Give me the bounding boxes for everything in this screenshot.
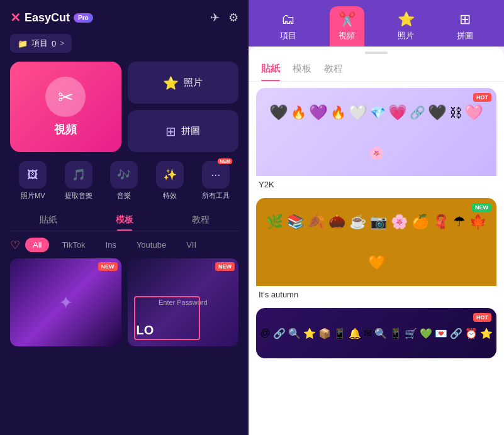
icons-card-inner: @ 🔗 🔍 ⭐ 📦 📱 🔔 ✉ 🔍 📱 🛒 💚 💌 🔗 ⏰ ⭐ <box>256 308 496 358</box>
autumn-background: 🌿 📚 🍂 🌰 ☕ 📷 🌸 🍊 🧣 ☂ 🍁 🧡 <box>256 198 496 286</box>
right-content-tabs: 貼紙 模板 教程 <box>249 54 504 82</box>
pro-badge[interactable]: Pro <box>74 13 93 23</box>
right-tab-video[interactable]: ✂️ 視頻 <box>330 6 364 47</box>
autumn-title: It's autumn <box>256 286 496 300</box>
collage-button[interactable]: ⊞ 拼圖 <box>128 110 239 152</box>
right-tab-projects[interactable]: 🗂 項目 <box>271 6 305 47</box>
effects-label: 特效 <box>163 191 177 201</box>
collage-label: 拼圖 <box>181 125 200 137</box>
y2k-hot-badge: HOT <box>473 93 491 102</box>
filter-all[interactable]: All <box>25 238 49 252</box>
tool-music[interactable]: 🎶 音樂 <box>101 161 147 201</box>
thumbnail-2[interactable]: Enter Password LO NEW <box>128 258 239 346</box>
thumbnail-text-lo: LO <box>137 323 154 338</box>
tool-effects[interactable]: ✨ 特效 <box>147 161 193 201</box>
autumn-card-inner: 🌿 📚 🍂 🌰 ☕ 📷 🌸 🍊 🧣 ☂ 🍁 🧡 NEW <box>256 198 496 286</box>
new-tag-2: NEW <box>215 262 235 271</box>
right-collage-icon: ⊞ <box>459 11 471 28</box>
header-icons: ✈ ⚙ <box>210 11 238 25</box>
filter-bar: ♡ All TikTok Ins Youtube VII <box>10 238 238 252</box>
video-button[interactable]: ✂ 視頻 <box>10 62 121 152</box>
extract-music-icon: 🎵 <box>65 161 92 189</box>
chevron-right-icon: > <box>60 39 64 48</box>
right-content-tab-template[interactable]: 模板 <box>293 63 311 81</box>
new-tag-1: NEW <box>98 262 118 271</box>
heart-favorite-icon[interactable]: ♡ <box>10 238 20 252</box>
music-icon: 🎶 <box>110 161 138 189</box>
y2k-background: 🖤 🔥 💜 🔥 🤍 💎 💗 🔗 🖤 ⛓ 🩷 🌸 <box>256 88 496 176</box>
video-cut-icon: ✂️ <box>339 11 356 28</box>
thumbnails-row: ✦ NEW Enter Password LO NEW <box>10 258 238 435</box>
folder-icon: 📁 <box>18 39 28 48</box>
effects-icon: ✨ <box>156 161 184 189</box>
projects-label: 項目 <box>31 38 48 49</box>
filter-youtube[interactable]: Youtube <box>129 238 174 252</box>
tool-all-tools[interactable]: ··· NEW 所有工具 <box>193 161 238 201</box>
right-projects-label: 項目 <box>280 30 296 41</box>
music-label: 音樂 <box>117 191 131 201</box>
send-icon[interactable]: ✈ <box>210 11 220 25</box>
video-scissors-icon: ✂ <box>45 77 86 117</box>
right-content-tab-tutorial[interactable]: 教程 <box>324 63 343 81</box>
tab-sticker[interactable]: 貼紙 <box>10 209 86 231</box>
left-panel: ✕ EasyCut Pro ✈ ⚙ 📁 項目 0 > ✂ 視頻 ⭐ 照片 ⊞ 拼… <box>0 0 249 435</box>
right-header: 🗂 項目 ✂️ 視頻 ⭐ 照片 ⊞ 拼圖 <box>249 0 504 47</box>
settings-icon[interactable]: ⚙ <box>228 11 238 25</box>
photo-mv-label: 照片MV <box>21 191 45 201</box>
tool-photo-mv[interactable]: 🖼 照片MV <box>10 161 56 201</box>
main-grid: ✂ 視頻 ⭐ 照片 ⊞ 拼圖 <box>10 62 238 152</box>
projects-count: 0 <box>52 39 56 48</box>
tab-template[interactable]: 模板 <box>86 209 162 231</box>
star-icon: ⭐ <box>163 75 179 91</box>
y2k-title: Y2K <box>256 176 496 190</box>
right-tab-photo[interactable]: ⭐ 照片 <box>389 6 423 47</box>
sticker-card-icons[interactable]: @ 🔗 🔍 ⭐ 📦 📱 🔔 ✉ 🔍 📱 🛒 💚 💌 🔗 ⏰ ⭐ <box>256 308 496 358</box>
filter-ins[interactable]: Ins <box>98 238 124 252</box>
right-tab-collage[interactable]: ⊞ 拼圖 <box>448 6 482 47</box>
all-tools-label: 所有工具 <box>202 191 230 201</box>
photo-mv-icon: 🖼 <box>19 161 47 189</box>
right-content-tab-sticker[interactable]: 貼紙 <box>261 63 280 81</box>
app-title: EasyCut <box>25 11 70 25</box>
tools-row: 🖼 照片MV 🎵 提取音樂 🎶 音樂 ✨ 特效 ··· NEW 所有工具 <box>10 161 238 201</box>
filter-vii[interactable]: VII <box>179 238 204 252</box>
projects-icon: 🗂 <box>281 11 295 28</box>
right-collage-label: 拼圖 <box>457 30 473 41</box>
autumn-new-badge: NEW <box>472 203 491 212</box>
grid-icon: ⊞ <box>165 124 176 139</box>
right-panel: 🗂 項目 ✂️ 視頻 ⭐ 照片 ⊞ 拼圖 貼紙 模板 教程 🖤 <box>249 0 504 435</box>
scissors-icon: ✕ <box>10 10 21 25</box>
extract-music-label: 提取音樂 <box>65 191 92 201</box>
video-label: 視頻 <box>54 122 77 137</box>
right-photo-icon: ⭐ <box>398 11 415 28</box>
icons-hot-badge: HOT <box>473 313 491 322</box>
thumbnail-1[interactable]: ✦ NEW <box>10 258 121 346</box>
photo-label: 照片 <box>184 77 203 89</box>
tool-extract-music[interactable]: 🎵 提取音樂 <box>56 161 102 201</box>
right-photo-label: 照片 <box>398 30 414 41</box>
icons-background: @ 🔗 🔍 ⭐ 📦 📱 🔔 ✉ 🔍 📱 🛒 💚 💌 🔗 ⏰ ⭐ <box>256 308 496 358</box>
projects-button[interactable]: 📁 項目 0 > <box>10 34 72 53</box>
logo-area: ✕ EasyCut Pro <box>10 10 93 25</box>
y2k-card-inner: 🖤 🔥 💜 🔥 🤍 💎 💗 🔗 🖤 ⛓ 🩷 🌸 HOT <box>256 88 496 176</box>
sticker-card-autumn[interactable]: 🌿 📚 🍂 🌰 ☕ 📷 🌸 🍊 🧣 ☂ 🍁 🧡 NEW It's autumn <box>256 198 496 300</box>
photo-button[interactable]: ⭐ 照片 <box>128 62 239 104</box>
header: ✕ EasyCut Pro ✈ ⚙ <box>10 10 238 25</box>
thumbnail-bg-1: ✦ <box>10 258 121 346</box>
filter-tiktok[interactable]: TikTok <box>54 238 92 252</box>
new-badge: NEW <box>218 158 232 164</box>
projects-row: 📁 項目 0 > <box>10 34 238 53</box>
bottom-tabs: 貼紙 模板 教程 <box>10 209 238 231</box>
tab-tutorial[interactable]: 教程 <box>162 209 238 231</box>
sticker-card-y2k[interactable]: 🖤 🔥 💜 🔥 🤍 💎 💗 🔗 🖤 ⛓ 🩷 🌸 HOT Y2K <box>256 88 496 190</box>
right-video-label: 視頻 <box>339 30 355 41</box>
right-content: 貼紙 模板 教程 🖤 🔥 💜 🔥 🤍 💎 💗 🔗 🖤 ⛓ 🩷 <box>249 47 504 435</box>
all-tools-icon: ··· NEW <box>202 161 230 189</box>
